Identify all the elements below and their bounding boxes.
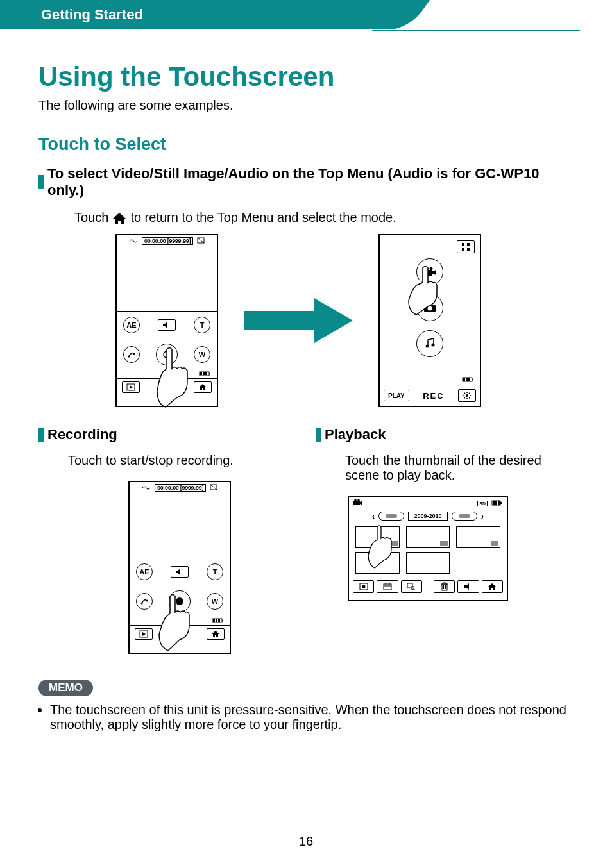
sd-card-icon: SD [477, 501, 488, 506]
playback-mode-button[interactable] [135, 628, 153, 640]
svg-point-50 [176, 629, 178, 631]
thumbnail-grid [349, 522, 507, 578]
thumbnail[interactable] [355, 552, 400, 574]
next-date-button[interactable]: › [481, 511, 484, 521]
device-screen-playback: SD ‹ 2009-2010 › [348, 496, 508, 601]
speaker-button[interactable] [171, 566, 189, 578]
instruction-pre: Touch [74, 210, 108, 225]
settings-button[interactable] [123, 346, 140, 363]
playback-heading: Playback [325, 426, 386, 443]
ae-button[interactable]: AE [123, 317, 140, 333]
svg-point-12 [167, 382, 169, 385]
playback-toolbar [349, 578, 507, 597]
svg-rect-62 [384, 584, 391, 590]
status-bar: 00:00:00 [9999:99] [117, 235, 217, 247]
svg-point-11 [163, 382, 166, 385]
bar-heading-row: To select Video/Still Image/Audio on the… [38, 165, 574, 199]
svg-point-18 [425, 267, 429, 271]
svg-rect-7 [203, 372, 205, 375]
svg-point-41 [146, 600, 148, 602]
svg-point-42 [176, 597, 183, 605]
date-nav-row: ‹ 2009-2010 › [349, 510, 507, 522]
grid-view-button[interactable] [457, 240, 475, 253]
thumbnail[interactable] [355, 526, 400, 548]
svg-rect-5 [209, 373, 210, 374]
svg-point-22 [428, 306, 432, 311]
section-header-banner: Getting Started [0, 0, 391, 29]
battery-icon [491, 500, 503, 507]
video-mode-icon [160, 381, 173, 393]
settings-gear-button[interactable] [458, 389, 476, 402]
bottom-bar [117, 379, 217, 397]
prev-date-button[interactable]: ‹ [372, 511, 375, 521]
playback-mode-button[interactable] [122, 381, 140, 393]
bar-marker [316, 428, 321, 442]
status-bar: 00:00:00 [9999:99] [130, 482, 230, 494]
playback-topbar: SD [349, 497, 507, 510]
zoom-tele-button[interactable]: T [207, 563, 223, 580]
svg-rect-21 [427, 303, 432, 305]
speaker-button[interactable] [158, 319, 176, 331]
video-mode-button[interactable] [416, 258, 443, 285]
svg-rect-27 [463, 378, 465, 381]
preview-area[interactable] [130, 494, 230, 558]
bar-heading-text: To select Video/Still Image/Audio on the… [47, 165, 574, 199]
zoom-tele-button[interactable]: T [194, 317, 210, 333]
battery-icon [462, 376, 475, 384]
svg-rect-45 [213, 619, 215, 622]
svg-rect-13 [462, 243, 464, 246]
svg-rect-17 [424, 270, 432, 276]
zoom-wide-button[interactable]: W [194, 346, 210, 363]
svg-rect-69 [442, 584, 447, 590]
svg-rect-26 [472, 379, 473, 380]
timecode: 00:00:00 [9999:99] [142, 237, 193, 245]
svg-point-53 [354, 499, 357, 501]
volume-button[interactable] [457, 580, 479, 593]
record-button[interactable] [156, 344, 178, 365]
arrow-right-icon [244, 295, 353, 346]
intro-text: The following are some examples. [38, 98, 574, 113]
svg-point-2 [133, 353, 135, 355]
svg-rect-59 [498, 501, 500, 505]
search-button[interactable] [401, 580, 422, 593]
svg-rect-6 [200, 372, 202, 375]
memo-item: The touchscreen of this unit is pressure… [50, 703, 574, 732]
home-button[interactable] [482, 580, 503, 593]
thumbnail[interactable] [406, 526, 450, 548]
svg-rect-28 [466, 378, 468, 381]
svg-rect-66 [407, 583, 412, 588]
zoom-wide-button[interactable]: W [207, 593, 223, 610]
device-screen-recording: 00:00:00 [9999:99] AE T [128, 481, 231, 654]
thumbnail[interactable] [456, 526, 500, 548]
next-pill[interactable] [452, 512, 477, 521]
ae-button[interactable]: AE [136, 563, 153, 580]
play-mode-button[interactable]: PLAY [384, 390, 409, 401]
thumbnail[interactable] [406, 552, 450, 574]
prev-pill[interactable] [378, 512, 404, 521]
svg-point-61 [362, 585, 365, 588]
battery-icon [212, 618, 225, 625]
home-button[interactable] [207, 628, 225, 640]
svg-point-3 [164, 351, 170, 358]
card-icon [210, 484, 217, 492]
svg-rect-15 [462, 248, 464, 251]
delete-button[interactable] [434, 580, 455, 593]
photo-mode-button[interactable] [416, 294, 443, 321]
calendar-button[interactable] [377, 580, 398, 593]
home-button[interactable] [194, 381, 212, 393]
wave-icon [142, 484, 151, 492]
svg-point-51 [180, 629, 182, 631]
device-screen-record-standby: 00:00:00 [9999:99] AE T [115, 234, 218, 407]
svg-line-68 [414, 589, 415, 590]
record-button[interactable] [169, 590, 191, 612]
instruction-post: to return to the Top Menu and select the… [130, 210, 396, 225]
record-mode-button[interactable] [353, 580, 374, 593]
instruction-line: Touch to return to the Top Menu and sele… [74, 210, 574, 225]
audio-mode-button[interactable] [416, 330, 443, 357]
settings-button[interactable] [136, 593, 153, 610]
svg-point-40 [141, 603, 143, 605]
preview-area[interactable] [117, 247, 217, 311]
svg-line-36 [469, 397, 470, 399]
battery-row [117, 371, 217, 378]
page-title: Using the Touchscreen [38, 62, 574, 94]
